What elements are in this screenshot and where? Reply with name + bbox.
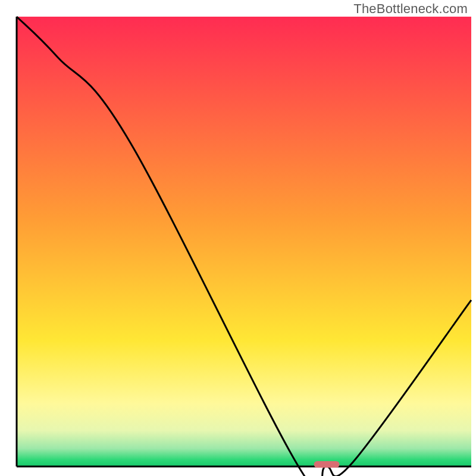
chart-canvas bbox=[0, 0, 476, 476]
optimum-marker bbox=[314, 461, 340, 468]
plot-background bbox=[17, 17, 471, 466]
bottleneck-chart: TheBottleneck.com bbox=[0, 0, 476, 476]
watermark-label: TheBottleneck.com bbox=[353, 1, 468, 17]
